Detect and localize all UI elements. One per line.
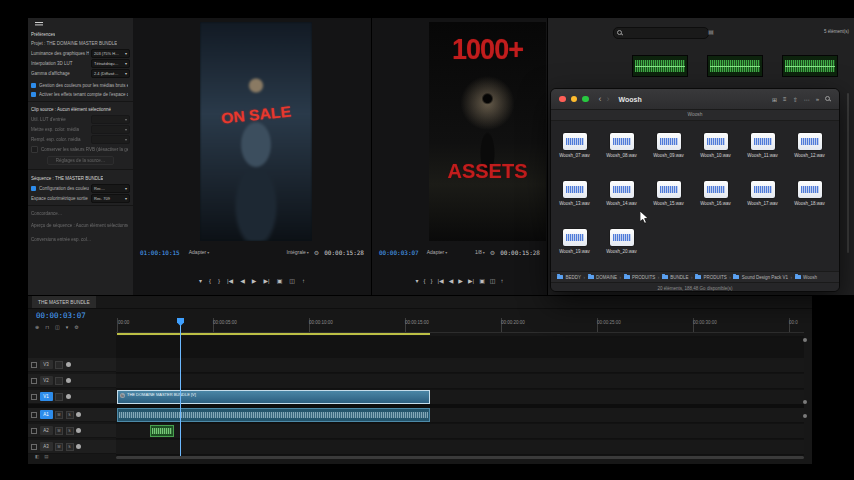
lock-icon[interactable]	[31, 412, 37, 418]
mark-out-icon[interactable]: }	[218, 278, 220, 284]
timeline-settings-icon[interactable]: ⚙	[74, 324, 78, 330]
voiceover-record-icon[interactable]	[76, 444, 81, 449]
close-window-button[interactable]	[559, 96, 566, 103]
file-item[interactable]: Woosh_08.wav	[599, 133, 644, 158]
go-to-in-icon[interactable]: |◀	[227, 278, 233, 284]
setting-dropdown[interactable]: ▾	[91, 135, 130, 144]
export-frame-icon[interactable]: ↑	[501, 278, 504, 284]
file-item[interactable]: Woosh_09.wav	[646, 133, 691, 158]
back-icon[interactable]: ‹	[599, 95, 602, 104]
track-output-eye-icon[interactable]	[66, 394, 71, 399]
share-icon[interactable]: ⇧	[793, 96, 798, 103]
file-item[interactable]: Woosh_14.wav	[599, 181, 644, 206]
setting-dropdown[interactable]: Tétraédriqu… ▾	[91, 59, 130, 68]
timeline-view-icon[interactable]: ▤	[44, 454, 48, 459]
track-label[interactable]: A3	[40, 442, 53, 451]
lift-icon[interactable]: ▣	[479, 278, 485, 284]
insert-icon[interactable]: ▣	[277, 278, 283, 284]
lock-icon[interactable]	[31, 444, 37, 450]
program-quality-dropdown[interactable]: 1/8 ▾	[475, 249, 485, 255]
checkbox-checked[interactable]	[31, 83, 36, 88]
mark-in-icon[interactable]: {	[209, 278, 211, 284]
sequence-tab[interactable]: THE MASTER BUNDLE	[32, 296, 96, 308]
project-scrollbar[interactable]	[847, 93, 849, 253]
setting-dropdown[interactable]: 2.4 (Diffusé… ▾	[91, 69, 130, 78]
step-back-icon[interactable]: ◀	[449, 278, 454, 284]
timeline-playhead-timecode[interactable]: 00:00:03:07	[36, 311, 86, 320]
mute-toggle[interactable]: M	[55, 427, 63, 435]
search-input[interactable]	[613, 27, 709, 39]
path-item[interactable]: BUNDLE	[670, 275, 688, 280]
path-item[interactable]: Sound Design Pack V1	[742, 275, 788, 280]
timeline-view-icon[interactable]: ◧	[35, 454, 39, 459]
play-icon[interactable]: ▶	[252, 278, 257, 284]
path-item-current[interactable]: Woosh	[803, 275, 817, 280]
add-marker-icon[interactable]: ▾	[66, 324, 69, 330]
mark-out-icon[interactable]: }	[431, 278, 433, 284]
mark-in-icon[interactable]: {	[424, 278, 426, 284]
checkbox-checked[interactable]	[31, 92, 36, 97]
solo-toggle[interactable]: S	[66, 443, 74, 451]
file-item[interactable]: Woosh_13.wav	[552, 181, 597, 206]
go-to-in-icon[interactable]: |◀	[438, 278, 444, 284]
monitor-settings-icon[interactable]: ⚙	[490, 249, 495, 256]
solo-toggle[interactable]: S	[66, 411, 74, 419]
setting-dropdown[interactable]: Rec… ▾	[91, 184, 130, 193]
voiceover-record-icon[interactable]	[76, 412, 81, 417]
minimize-window-button[interactable]	[571, 96, 578, 103]
track-label-targeted[interactable]: V1	[40, 392, 53, 401]
timeline-vertical-scroll-handle[interactable]	[803, 400, 807, 404]
more-options-icon[interactable]: ⋯	[804, 96, 810, 103]
file-item[interactable]: Woosh_16.wav	[693, 181, 738, 206]
sync-lock-toggle[interactable]	[55, 393, 63, 401]
file-item[interactable]: Woosh_20.wav	[599, 229, 644, 254]
step-back-icon[interactable]: ◀	[240, 278, 245, 284]
video-clip[interactable]: fx THE DOMAINE MASTER BUNDLE [V]	[117, 390, 430, 404]
mute-toggle[interactable]: M	[55, 443, 63, 451]
file-item[interactable]: Woosh_10.wav	[693, 133, 738, 158]
source-zoom-dropdown[interactable]: Adapter ▾	[189, 249, 210, 255]
file-item[interactable]: Woosh_12.wav	[787, 133, 832, 158]
lock-icon[interactable]	[31, 394, 37, 400]
path-item[interactable]: PRODUITS	[632, 275, 655, 280]
source-quality-dropdown[interactable]: Intégrale ▾	[286, 249, 308, 255]
file-item[interactable]: Woosh_17.wav	[740, 181, 785, 206]
setting-dropdown[interactable]: 203 (75% H… ▾	[91, 49, 130, 58]
source-settings-button[interactable]: Réglages de la source…	[47, 156, 114, 165]
source-video-preview[interactable]: ON SALE	[200, 22, 312, 241]
track-label[interactable]: A2	[40, 426, 53, 435]
track-lane-a2[interactable]	[116, 424, 804, 439]
sync-lock-toggle[interactable]	[55, 377, 63, 385]
toolbar-overflow-icon[interactable]: »	[816, 96, 819, 102]
list-view-icon[interactable]: ≡	[783, 96, 787, 102]
add-marker-icon[interactable]: ▾	[415, 278, 418, 284]
play-icon[interactable]: ▶	[458, 278, 463, 284]
file-item[interactable]: Woosh_15.wav	[646, 181, 691, 206]
file-item[interactable]: Woosh_18.wav	[787, 181, 832, 206]
audio-clip-thumbnail[interactable]	[782, 55, 838, 77]
path-item[interactable]: PRODUITS	[704, 275, 727, 280]
bin-view-icon[interactable]: ▤	[708, 28, 714, 35]
nest-icon[interactable]: ⊕	[35, 324, 39, 330]
grid-view-icon[interactable]: ⊞	[772, 96, 777, 103]
setting-dropdown[interactable]: ▾	[91, 125, 130, 134]
sync-lock-toggle[interactable]	[55, 361, 63, 369]
path-item[interactable]: BEDDY	[566, 275, 582, 280]
mute-toggle[interactable]: M	[55, 411, 63, 419]
track-label[interactable]: V2	[40, 376, 53, 385]
search-icon[interactable]	[825, 96, 831, 102]
timeline-vertical-scroll-handle[interactable]	[803, 338, 807, 342]
voiceover-record-icon[interactable]	[76, 428, 81, 433]
audio-clip[interactable]	[117, 408, 430, 422]
go-to-out-icon[interactable]: ▶|	[468, 278, 474, 284]
track-output-eye-icon[interactable]	[66, 378, 71, 383]
path-item[interactable]: DOMAINE	[596, 275, 617, 280]
playhead-line[interactable]	[180, 318, 181, 456]
snap-icon[interactable]: ⊓	[45, 324, 49, 330]
file-item[interactable]: Woosh_11.wav	[740, 133, 785, 158]
setting-dropdown[interactable]: Rec. 709 ▾	[91, 194, 130, 203]
file-item[interactable]: Woosh_07.wav	[552, 133, 597, 158]
timeline-horizontal-scrollbar[interactable]	[116, 456, 804, 459]
sfx-audio-clip[interactable]	[150, 425, 174, 437]
checkbox-unchecked[interactable]	[31, 146, 38, 153]
